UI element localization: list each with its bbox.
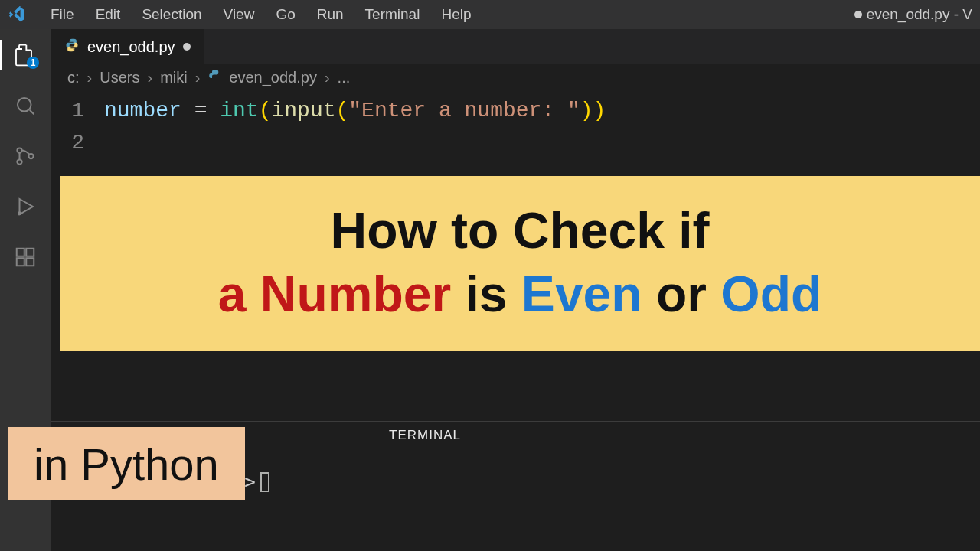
svg-rect-7: [17, 249, 24, 256]
svg-line-1: [30, 110, 34, 114]
editor-tab[interactable]: even_odd.py: [51, 29, 205, 64]
menu-terminal[interactable]: Terminal: [354, 6, 431, 23]
run-debug-icon[interactable]: [10, 191, 41, 222]
menu-go[interactable]: Go: [265, 6, 305, 23]
titlebar: File Edit Selection View Go Run Terminal…: [0, 0, 980, 29]
svg-marker-5: [20, 199, 34, 214]
svg-point-2: [17, 148, 21, 152]
code-line-1[interactable]: 1 number = int(input("Enter a number: ")…: [51, 95, 980, 127]
menu-edit[interactable]: Edit: [85, 6, 132, 23]
explorer-badge: 1: [27, 57, 39, 69]
overlay-subtitle-banner: in Python: [8, 427, 245, 500]
chevron-right-icon: ›: [195, 69, 201, 86]
svg-rect-10: [26, 249, 34, 256]
terminal-cursor-icon: [260, 472, 270, 492]
tab-unsaved-dot-icon: [183, 43, 191, 51]
crumb-drive[interactable]: c:: [67, 69, 80, 86]
source-control-icon[interactable]: [10, 141, 41, 171]
panel-tab-terminal[interactable]: TERMINAL: [389, 428, 461, 448]
chevron-right-icon: ›: [325, 69, 330, 86]
crumb-more[interactable]: ...: [338, 69, 351, 86]
overlay-subtitle-text: in Python: [34, 439, 219, 490]
search-icon[interactable]: [10, 90, 41, 121]
vscode-logo-icon: [8, 5, 26, 24]
menu-run[interactable]: Run: [306, 6, 354, 23]
window-title-text: even_odd.py - V: [867, 6, 972, 23]
crumb-user[interactable]: miki: [160, 69, 188, 86]
svg-point-0: [18, 98, 31, 112]
menu-view[interactable]: View: [213, 6, 266, 23]
svg-point-6: [18, 211, 21, 215]
python-file-icon: [207, 69, 221, 86]
chevron-right-icon: ›: [87, 69, 93, 86]
python-file-icon: [64, 37, 80, 57]
chevron-right-icon: ›: [147, 69, 152, 86]
crumb-file[interactable]: even_odd.py: [229, 69, 317, 86]
extensions-icon[interactable]: [10, 242, 41, 272]
overlay-title-line1: How to Check if: [90, 199, 949, 262]
tab-filename: even_odd.py: [87, 38, 175, 56]
svg-point-3: [17, 159, 21, 164]
unsaved-dot-icon: [854, 11, 862, 18]
menu-help[interactable]: Help: [430, 6, 482, 23]
svg-rect-9: [26, 258, 34, 266]
menu-file[interactable]: File: [40, 6, 85, 23]
menu-selection[interactable]: Selection: [131, 6, 212, 23]
code-text[interactable]: number = int(input("Enter a number: ")): [104, 95, 606, 127]
window-title: even_odd.py - V: [854, 6, 972, 23]
svg-rect-8: [17, 258, 24, 266]
svg-point-4: [28, 154, 33, 158]
crumb-users[interactable]: Users: [100, 69, 139, 86]
line-number: 2: [51, 127, 104, 159]
explorer-icon[interactable]: 1: [10, 40, 41, 70]
tab-bar: even_odd.py: [51, 29, 980, 64]
code-editor[interactable]: 1 number = int(input("Enter a number: ")…: [51, 90, 980, 164]
breadcrumb[interactable]: c: › Users › miki › even_odd.py › ...: [51, 64, 980, 90]
line-number: 1: [51, 95, 104, 127]
code-line-2[interactable]: 2: [51, 127, 980, 159]
overlay-title-line2: a Number is Even or Odd: [90, 262, 949, 326]
overlay-title-banner: How to Check if a Number is Even or Odd: [60, 176, 980, 351]
